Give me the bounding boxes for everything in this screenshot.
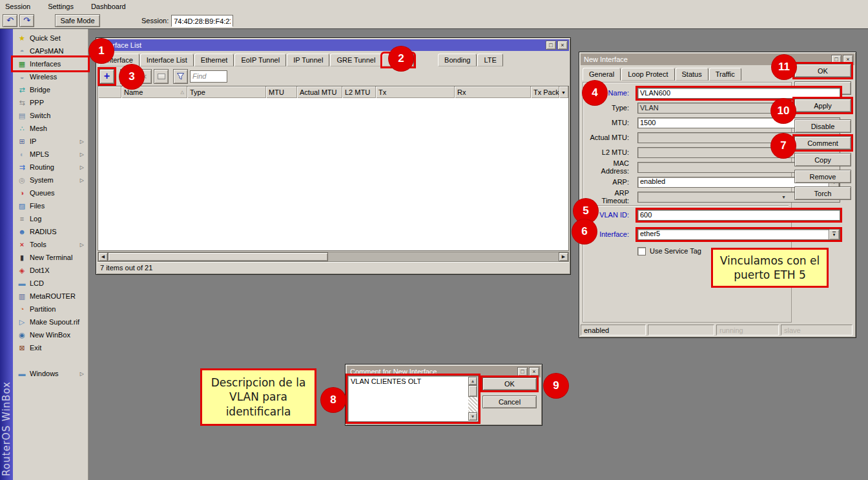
column-header-icon[interactable] [98,86,121,98]
sidebar-item-wireless[interactable]: ◒Wireless [13,70,88,83]
find-input[interactable] [191,71,227,82]
sidebar-item-queues[interactable]: ◑Queues [13,186,88,199]
step-7-badge: 7 [771,134,796,158]
comment-button[interactable]: Comment [794,136,851,150]
sidebar-item-routing[interactable]: ⇉Routing▷ [13,161,88,174]
name-input[interactable] [637,88,840,99]
filter-button[interactable] [173,69,188,84]
sidebar-item-mpls[interactable]: ◐MPLS▷ [13,148,88,161]
maximize-button[interactable]: □ [517,367,528,376]
sidebar-item-ip[interactable]: ⊞IP▷ [13,135,88,148]
tab-traffic[interactable]: Traffic [709,68,741,81]
sidebar-item-capsman[interactable]: ◓CAPsMAN [13,45,88,57]
sidebar-item-files[interactable]: ▨Files [13,199,88,212]
comment-cancel-button[interactable]: Cancel [482,395,537,408]
status-slave: slave [781,325,852,335]
routing-icon: ⇉ [17,163,26,172]
tab-bonding[interactable]: Bonding [438,54,477,66]
ok-button[interactable]: OK [794,64,851,77]
maximize-button[interactable]: □ [831,55,842,64]
column-header-rx[interactable]: Rx [455,86,531,98]
dialog-statusbar: enabled running slave [581,325,854,335]
sidebar-item-ppp[interactable]: ⇆PPP [13,96,88,109]
vlan-id-input-text[interactable] [640,211,838,219]
table-body-empty[interactable] [98,98,568,250]
sidebar-item-quick-set[interactable]: ★Quick Set [13,32,88,45]
column-header-type[interactable]: Type [187,86,266,98]
sidebar-item-new-winbox[interactable]: ◉New WinBox [13,328,88,341]
column-select-button[interactable]: ▼ [559,86,568,98]
comment-textarea[interactable]: VLAN CLIENTES OLT [349,377,469,421]
interface-list-titlebar[interactable]: Interface List □ × [98,39,569,51]
tab-eoip-tunnel[interactable]: EoIP Tunnel [234,54,286,66]
sidebar-item-lcd[interactable]: ▬LCD [13,277,88,290]
torch-button[interactable]: Torch [794,186,851,200]
name-input-text[interactable] [640,89,838,97]
close-button[interactable]: × [843,55,853,64]
close-button[interactable]: × [529,367,539,376]
status-enabled: enabled [581,325,646,335]
arp-label: ARP: [586,178,632,186]
sidebar-item-tools[interactable]: ×Tools▷ [13,238,88,251]
use-service-tag-checkbox[interactable] [637,247,646,255]
table-header-row: Name△ Type MTU Actual MTU L2 MTU Tx Rx T… [98,86,568,98]
horizontal-scrollbar[interactable]: ◀ ▶ [98,252,569,262]
scrollbar-track[interactable] [328,252,559,261]
scrollbar-thumb[interactable] [468,385,477,397]
sidebar-item-windows[interactable]: ▬Windows▷ [13,367,88,380]
menu-dashboard[interactable]: Dashboard [90,1,133,12]
dropdown-button[interactable]: ▼ [829,229,840,240]
sidebar-item-bridge[interactable]: ⇄Bridge [13,83,88,96]
menu-settings[interactable]: Settings [46,1,81,12]
column-header-l2-mtu[interactable]: L2 MTU [342,86,376,98]
tab-general[interactable]: General [583,68,621,81]
close-button[interactable]: × [557,41,568,50]
column-header-actual-mtu[interactable]: Actual MTU [297,86,342,98]
vlan-id-input[interactable] [637,210,840,221]
undo-button[interactable]: ↶ [3,14,17,27]
apply-button[interactable]: Apply [794,99,851,112]
sidebar-item-partition[interactable]: ◔Partition [13,303,88,315]
sidebar-item-metarouter[interactable]: ▥MetaROUTER [13,290,88,303]
sidebar-item-system[interactable]: ◎System▷ [13,174,88,186]
sidebar-item-log[interactable]: ≡Log [13,212,88,225]
comment-textarea-box: VLAN CLIENTES OLT ▲ ▼ [347,375,479,422]
copy-button[interactable]: Copy [794,153,851,166]
tab-gre-tunnel[interactable]: GRE Tunnel [330,54,382,66]
column-header-mtu[interactable]: MTU [266,86,297,98]
menu-session[interactable]: Session [4,1,37,12]
interface-dropdown[interactable]: ether5 ▼ [637,229,840,240]
tab-interface-list[interactable]: Interface List [140,54,194,66]
column-header-tx-packet[interactable]: Tx Packe [531,86,559,98]
session-address-input[interactable] [172,15,232,27]
column-header-tx[interactable]: Tx [376,86,455,98]
scroll-down-icon[interactable]: ▼ [468,412,477,421]
sidebar-item-mesh[interactable]: ∴Mesh [13,122,88,135]
add-button[interactable]: + [99,69,114,84]
queues-icon: ◑ [17,189,26,197]
sidebar-item-radius[interactable]: ☻RADIUS [13,225,88,238]
tab-status[interactable]: Status [676,68,708,81]
sidebar-item-make-supout-rif[interactable]: ▷Make Supout.rif [13,315,88,328]
scroll-left-icon[interactable]: ◀ [98,252,108,261]
remove-button[interactable]: Remove [794,170,851,183]
sidebar-item-interfaces[interactable]: ▦Interfaces [13,57,88,70]
sidebar-item-exit[interactable]: ⊠Exit [13,341,88,354]
safe-mode-button[interactable]: Safe Mode [55,14,100,27]
tab-ip-tunnel[interactable]: IP Tunnel [287,54,329,66]
disable-button[interactable]: Disable [794,119,851,133]
maximize-button[interactable]: □ [546,41,556,50]
comment-toolbar-button[interactable] [154,69,169,84]
tab-ethernet[interactable]: Ethernet [194,54,234,66]
sidebar-item-new-terminal[interactable]: ▮New Terminal [13,251,88,264]
comment-ok-button[interactable]: OK [482,377,537,390]
scroll-up-icon[interactable]: ▲ [468,377,477,385]
vertical-scrollbar[interactable]: ▲ ▼ [468,377,477,421]
tab-lte[interactable]: LTE [477,54,502,66]
sidebar-item-dot1x[interactable]: ◈Dot1X [13,264,88,277]
tab-loop-protect[interactable]: Loop Protect [621,68,674,81]
redo-button[interactable]: ↷ [19,14,34,27]
sidebar-item-switch[interactable]: ▤Switch [13,109,88,122]
scrollbar-thumb[interactable] [108,252,328,261]
scroll-right-icon[interactable]: ▶ [559,252,568,261]
